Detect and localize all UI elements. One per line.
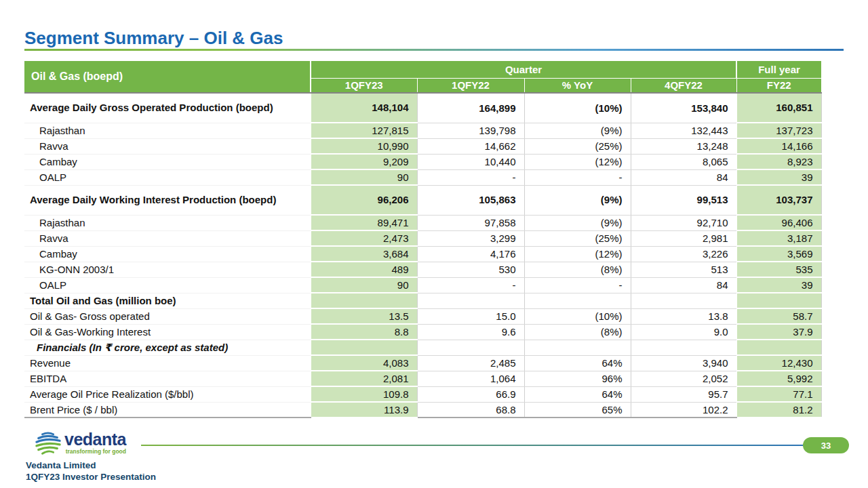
page-title: Segment Summary – Oil & Gas [24,28,283,49]
row-label: Average Daily Working Interest Productio… [24,185,311,215]
cell-fy22: 3,187 [736,230,821,246]
cell-yoy: (10%) [524,93,631,123]
cell-yoy: - [524,277,631,293]
cell-fy22: 8,923 [736,154,821,169]
cell-4qfy22: 13.8 [631,308,736,324]
cell-1qfy22: 15.0 [417,308,524,324]
cell-1qfy23: 109.8 [311,386,417,402]
segment-summary-table-container: Oil & Gas (boepd) Quarter Full year 1QFY… [24,61,822,418]
vedanta-wordmark: vedanta [64,432,126,447]
cell-1qfy22: 10,440 [417,154,524,169]
cell-1qfy22: - [417,277,524,293]
cell-1qfy23: 127,815 [311,123,417,138]
cell-yoy [524,340,631,355]
cell-1qfy22 [417,293,524,308]
quarter-group-header: Quarter [311,61,736,78]
table-row: Oil & Gas- Gross operated13.515.0(10%)13… [24,308,821,324]
cell-1qfy23 [311,340,417,355]
cell-yoy: (9%) [524,123,631,138]
cell-1qfy22: 66.9 [417,386,524,402]
table-row: Average Daily Gross Operated Production … [24,93,821,123]
row-label: Brent Price ($ / bbl) [24,402,311,418]
column-header-fy22: FY22 [736,78,821,93]
cell-4qfy22: 2,981 [631,230,736,246]
cell-4qfy22: 3,940 [631,355,736,371]
cell-fy22 [736,340,821,355]
row-label: Rajasthan [24,123,311,138]
table-row: OALP90--8439 [24,169,821,185]
cell-1qfy23: 13.5 [311,308,417,324]
cell-yoy: - [524,169,631,185]
cell-4qfy22: 2,052 [631,371,736,386]
cell-fy22: 39 [736,277,821,293]
cell-yoy: (12%) [524,154,631,169]
table-row: Brent Price ($ / bbl)113.968.865%102.281… [24,402,821,418]
cell-1qfy22: 164,899 [417,93,524,123]
cell-1qfy23: 90 [311,169,417,185]
cell-yoy: 64% [524,355,631,371]
table-row: KG-ONN 2003/1489530(8%)513535 [24,262,821,277]
cell-4qfy22: 99,513 [631,185,736,215]
cell-1qfy22: 1,064 [417,371,524,386]
table-row: Rajasthan127,815139,798(9%)132,443137,72… [24,123,821,138]
cell-1qfy23: 113.9 [311,402,417,418]
segment-summary-table: Oil & Gas (boepd) Quarter Full year 1QFY… [24,61,822,418]
row-label: EBITDA [24,371,311,386]
cell-yoy: (25%) [524,138,631,154]
row-label: Rajasthan [24,215,311,230]
cell-yoy: (8%) [524,262,631,277]
row-label: Oil & Gas-Working Interest [24,324,311,340]
cell-fy22: 535 [736,262,821,277]
cell-fy22: 5,992 [736,371,821,386]
cell-1qfy22: 3,299 [417,230,524,246]
cell-1qfy23: 3,684 [311,246,417,262]
row-label: Total Oil and Gas (million boe) [24,293,311,308]
vedanta-globe-icon [34,431,62,457]
footer-divider-line [141,445,811,446]
cell-1qfy22: - [417,169,524,185]
row-label: OALP [24,277,311,293]
cell-4qfy22: 153,840 [631,93,736,123]
cell-1qfy22: 68.8 [417,402,524,418]
footer-company-name: Vedanta Limited [26,460,96,470]
cell-1qfy23: 2,081 [311,371,417,386]
cell-4qfy22: 95.7 [631,386,736,402]
cell-fy22: 77.1 [736,386,821,402]
row-label: Average Daily Gross Operated Production … [24,93,311,123]
cell-4qfy22 [631,293,736,308]
table-row: EBITDA2,0811,06496%2,0525,992 [24,371,821,386]
cell-yoy: 96% [524,371,631,386]
row-label: KG-ONN 2003/1 [24,262,311,277]
cell-1qfy22: 2,485 [417,355,524,371]
row-label: OALP [24,169,311,185]
cell-4qfy22: 84 [631,277,736,293]
table-row: Total Oil and Gas (million boe) [24,293,821,308]
row-label: Cambay [24,154,311,169]
table-row: Ravva10,99014,662(25%)13,24814,166 [24,138,821,154]
cell-4qfy22: 92,710 [631,215,736,230]
table-row: Average Daily Working Interest Productio… [24,185,821,215]
column-header-1qfy22: 1QFY22 [417,78,524,93]
vedanta-logo-text-block: vedanta transforming for good [64,432,126,455]
column-header-1qfy23: 1QFY23 [311,78,417,93]
cell-1qfy22: 105,863 [417,185,524,215]
column-header-yoy: % YoY [524,78,631,93]
table-row: Ravva2,4733,299(25%)2,9813,187 [24,230,821,246]
table-row: Cambay9,20910,440(12%)8,0658,923 [24,154,821,169]
fullyear-group-header: Full year [736,61,821,78]
cell-1qfy23: 96,206 [311,185,417,215]
table-row: Average Oil Price Realization ($/bbl)109… [24,386,821,402]
cell-1qfy23: 8.8 [311,324,417,340]
cell-1qfy22: 4,176 [417,246,524,262]
cell-1qfy23: 10,990 [311,138,417,154]
cell-4qfy22: 132,443 [631,123,736,138]
group-header-row: Oil & Gas (boepd) Quarter Full year [24,61,821,78]
row-label: Revenue [24,355,311,371]
cell-4qfy22 [631,340,736,355]
cell-1qfy23: 9,209 [311,154,417,169]
cell-yoy: (12%) [524,246,631,262]
table-body: Average Daily Gross Operated Production … [24,93,821,418]
table-row: OALP90--8439 [24,277,821,293]
cell-fy22: 39 [736,169,821,185]
cell-4qfy22: 102.2 [631,402,736,418]
